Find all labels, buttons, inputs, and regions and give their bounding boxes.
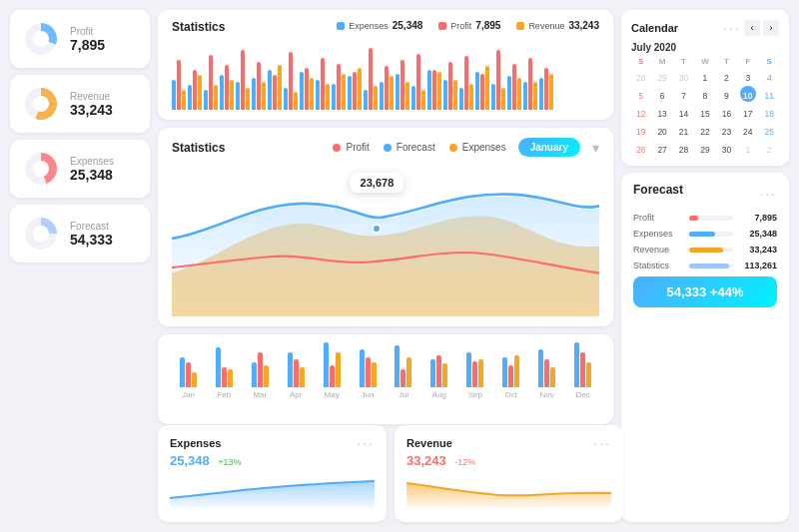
month-dropdown[interactable]: January xyxy=(518,138,580,157)
right-column: Calendar ··· ‹ › July 2020 SMTWTFS282930… xyxy=(621,10,789,522)
card-label-revenue: Revenue xyxy=(70,91,113,102)
cal-day[interactable]: 8 xyxy=(697,86,713,102)
expenses-dots[interactable]: ··· xyxy=(357,435,375,451)
bar xyxy=(400,60,404,110)
cal-day[interactable]: 26 xyxy=(633,140,649,156)
stat-card-revenue: Revenue 33,243 xyxy=(10,75,150,133)
month-bar xyxy=(586,362,591,387)
expenses-mini-val: 25,348 xyxy=(170,453,210,468)
bar-group xyxy=(284,52,298,110)
card-value-expenses: 25,348 xyxy=(70,167,114,183)
legend-item-profit: Profit 7,895 xyxy=(438,20,500,31)
cal-day[interactable]: 2 xyxy=(761,140,777,156)
bar xyxy=(421,90,425,110)
bar xyxy=(533,82,537,110)
forecast-bar-fill xyxy=(689,232,715,237)
bar xyxy=(374,86,378,110)
bar xyxy=(485,66,489,110)
bar xyxy=(464,56,468,110)
bar xyxy=(321,58,325,110)
bar-group xyxy=(427,70,441,110)
forecast-row-profit: Profit 7,895 xyxy=(633,213,777,223)
cal-day[interactable]: 14 xyxy=(676,104,692,120)
cal-day[interactable]: 9 xyxy=(718,86,734,102)
cal-day[interactable]: 17 xyxy=(740,104,756,120)
cal-day[interactable]: 7 xyxy=(676,86,692,102)
bar xyxy=(507,76,511,110)
cal-day[interactable]: 29 xyxy=(654,68,670,84)
cal-day[interactable]: 28 xyxy=(676,140,692,156)
forecast-row-label: Expenses xyxy=(633,229,683,239)
bar xyxy=(257,62,261,110)
forecast-card: Forecast ··· Profit 7,895 Expenses 25,34… xyxy=(621,173,789,522)
month-bar xyxy=(180,357,185,387)
bar-chart xyxy=(172,40,599,110)
cal-day[interactable]: 23 xyxy=(718,122,734,138)
cal-day[interactable]: 16 xyxy=(718,104,734,120)
month-bars xyxy=(360,342,377,387)
forecast-row-val: 113,261 xyxy=(739,261,777,270)
revenue-mini-card: Revenue ··· 33,243 -12% xyxy=(395,425,623,522)
cal-day[interactable]: 5 xyxy=(633,86,649,102)
cal-day[interactable]: 24 xyxy=(740,122,756,138)
month-group-oct: Oct xyxy=(494,342,527,399)
bottom-legend-label: Forecast xyxy=(397,142,435,153)
bottom-mini-cards: Expenses ··· 25,348 +13% Revenue ··· xyxy=(158,425,623,522)
cal-day[interactable]: 19 xyxy=(633,122,649,138)
cal-day[interactable]: 1 xyxy=(740,140,756,156)
month-bar xyxy=(294,359,299,387)
forecast-row-val: 7,895 xyxy=(739,213,777,223)
bar xyxy=(294,92,298,110)
bar xyxy=(204,90,208,110)
pie-chart-revenue xyxy=(22,85,60,123)
cal-day[interactable]: 25 xyxy=(761,122,777,138)
revenue-badge: -12% xyxy=(454,457,475,467)
cal-day[interactable]: 12 xyxy=(633,104,649,120)
cal-day[interactable]: 1 xyxy=(697,68,713,84)
monthly-bars: JanFebMarAprMayJunJulAugSepOctNovDec xyxy=(172,344,599,399)
cal-day[interactable]: 2 xyxy=(718,68,734,84)
month-group-apr: Apr xyxy=(280,342,313,399)
cal-day[interactable]: 30 xyxy=(676,68,692,84)
legend-val: 33,243 xyxy=(568,20,599,31)
cal-day[interactable]: 18 xyxy=(761,104,777,120)
cal-day[interactable]: 3 xyxy=(740,68,756,84)
cal-day[interactable]: 30 xyxy=(718,140,734,156)
calendar-prev-btn[interactable]: ‹ xyxy=(744,20,760,36)
cal-day[interactable]: 22 xyxy=(697,122,713,138)
calendar-next-btn[interactable]: › xyxy=(763,20,779,36)
bar xyxy=(230,80,234,110)
stat-card-profit: Profit 7,895 xyxy=(10,10,150,68)
svg-point-3 xyxy=(33,96,49,112)
month-bars xyxy=(395,342,411,387)
cal-day[interactable]: 13 xyxy=(654,104,670,120)
month-group-dec: Dec xyxy=(566,342,599,399)
bar xyxy=(496,50,500,110)
cal-day[interactable]: 27 xyxy=(654,140,670,156)
cal-day[interactable]: 28 xyxy=(633,68,649,84)
cal-day[interactable]: 11 xyxy=(761,86,777,102)
forecast-dots[interactable]: ··· xyxy=(759,186,777,202)
bar xyxy=(172,80,176,110)
cal-day[interactable]: 20 xyxy=(654,122,670,138)
bar xyxy=(432,70,436,110)
svg-point-5 xyxy=(33,161,49,177)
stats-bottom-title: Statistics xyxy=(172,141,225,155)
cal-day[interactable]: 29 xyxy=(697,140,713,156)
month-group-jan: Jan xyxy=(172,342,205,399)
bar xyxy=(396,74,400,110)
calendar-dots[interactable]: ··· xyxy=(723,20,741,36)
cal-day[interactable]: 10 xyxy=(740,86,756,102)
cal-day[interactable]: 21 xyxy=(676,122,692,138)
bottom-legend-profit: Profit xyxy=(333,142,369,153)
bar xyxy=(193,70,197,110)
forecast-row-val: 25,348 xyxy=(739,229,777,239)
cal-day[interactable]: 15 xyxy=(697,104,713,120)
forecast-bar-fill xyxy=(689,264,729,268)
revenue-dots[interactable]: ··· xyxy=(593,435,611,451)
cal-day[interactable]: 4 xyxy=(761,68,777,84)
bar xyxy=(528,58,532,110)
cal-day[interactable]: 6 xyxy=(654,86,670,102)
pie-chart-profit xyxy=(22,20,60,58)
bar xyxy=(358,68,362,110)
